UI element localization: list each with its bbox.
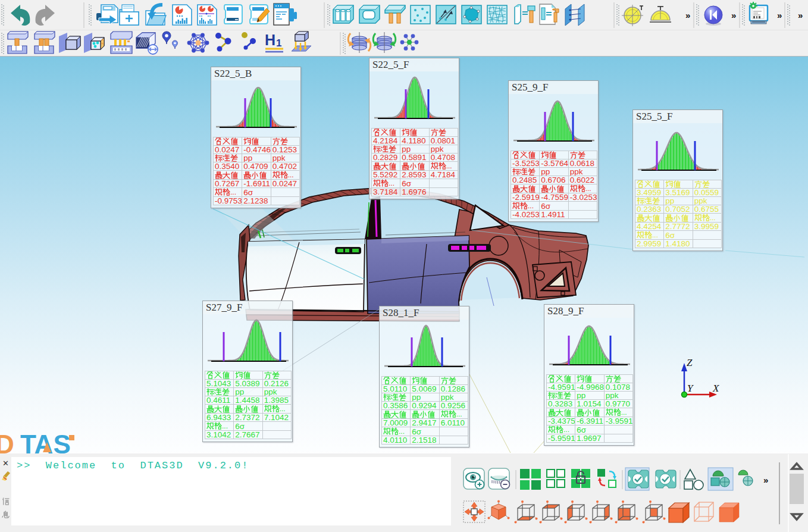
svg-text:»: » bbox=[763, 475, 768, 485]
svg-text:✕: ✕ bbox=[2, 459, 9, 468]
